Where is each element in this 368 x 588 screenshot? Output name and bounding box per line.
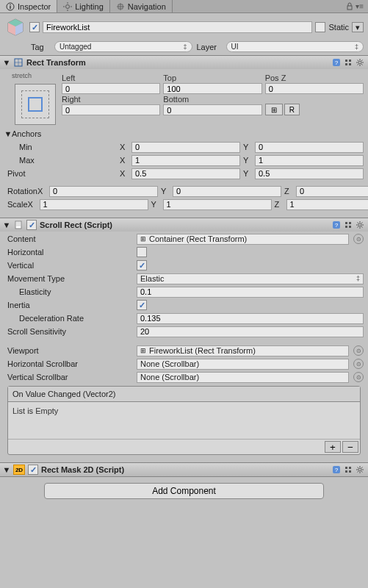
- add-component-area: Add Component: [0, 476, 368, 505]
- scale-z[interactable]: [286, 199, 368, 210]
- deceleration-label: Deceleration Rate: [4, 314, 137, 323]
- preset-icon[interactable]: [343, 57, 353, 68]
- svg-rect-28: [349, 226, 351, 228]
- svg-point-18: [358, 61, 361, 64]
- rotation-y[interactable]: [173, 186, 281, 197]
- preset-icon[interactable]: [343, 465, 353, 475]
- object-picker-icon[interactable]: ⊙: [353, 234, 364, 244]
- tab-label: Inspector: [18, 2, 51, 11]
- posz-field[interactable]: [265, 83, 364, 94]
- inertia-label: Inertia: [4, 301, 137, 309]
- rotation-label: Rotation: [4, 187, 37, 196]
- event-title: On Value Changed (Vector2): [8, 387, 360, 402]
- add-component-button[interactable]: Add Component: [44, 483, 324, 499]
- scale-y[interactable]: [163, 199, 272, 210]
- anchor-preset-top-label: stretch: [12, 72, 32, 79]
- svg-rect-26: [349, 222, 351, 224]
- navigation-icon: [116, 2, 125, 11]
- object-picker-icon[interactable]: ⊙: [353, 359, 364, 369]
- help-icon[interactable]: ?: [331, 220, 342, 230]
- content-field[interactable]: ⊞Container (Rect Transform): [137, 234, 349, 245]
- tab-label: Lighting: [75, 2, 104, 11]
- pivot-y[interactable]: [255, 168, 364, 179]
- svg-point-29: [358, 223, 361, 226]
- help-icon[interactable]: ?: [331, 465, 342, 475]
- lock-icon[interactable]: [345, 1, 354, 12]
- svg-rect-19: [15, 221, 21, 229]
- elasticity-field[interactable]: [137, 287, 364, 298]
- raw-button[interactable]: R: [284, 104, 300, 115]
- vertical-label: Vertical: [4, 261, 137, 270]
- tag-dropdown[interactable]: Untagged: [54, 41, 192, 52]
- gameobject-header: Static ▾ Tag Untagged Layer UI: [0, 13, 368, 55]
- tab-lighting[interactable]: Lighting: [57, 0, 110, 12]
- scale-x[interactable]: [40, 199, 148, 210]
- event-list: On Value Changed (Vector2) List is Empty…: [7, 386, 361, 455]
- svg-rect-32: [345, 467, 347, 469]
- tab-inspector[interactable]: Inspector: [0, 0, 57, 12]
- component-title: Rect Transform: [26, 58, 328, 67]
- add-event-button[interactable]: +: [325, 441, 341, 453]
- pivot-x[interactable]: [131, 168, 240, 179]
- component-title: Rect Mask 2D (Script): [41, 465, 328, 474]
- vertical-checkbox[interactable]: [137, 260, 147, 270]
- script-icon: [13, 220, 24, 230]
- bottom-field[interactable]: [163, 104, 261, 115]
- name-field[interactable]: [43, 21, 312, 33]
- static-label: Static: [328, 23, 349, 32]
- active-checkbox[interactable]: [29, 22, 40, 32]
- help-icon[interactable]: ?: [331, 57, 342, 68]
- info-icon: [6, 2, 15, 11]
- tab-menu-icon[interactable]: ▾≡: [356, 2, 364, 10]
- svg-rect-2: [10, 6, 10, 9]
- tab-navigation[interactable]: Navigation: [110, 0, 173, 12]
- object-picker-icon[interactable]: ⊙: [353, 345, 364, 356]
- movement-type-label: Movement Type: [4, 274, 137, 283]
- anchor-max-y[interactable]: [255, 155, 364, 166]
- rotation-z[interactable]: [296, 186, 368, 197]
- static-checkbox[interactable]: [315, 22, 325, 32]
- movement-type-dropdown[interactable]: Elastic: [137, 273, 364, 284]
- event-empty-text: List is Empty: [8, 402, 360, 439]
- preset-icon[interactable]: [343, 220, 353, 230]
- rotation-x[interactable]: [49, 186, 158, 197]
- elasticity-label: Elasticity: [4, 287, 137, 296]
- layer-dropdown[interactable]: UI: [226, 41, 364, 52]
- remove-event-button[interactable]: −: [342, 441, 358, 453]
- left-field[interactable]: [62, 83, 160, 94]
- foldout-icon[interactable]: ▼: [4, 130, 12, 137]
- component-enabled-checkbox[interactable]: [28, 465, 38, 475]
- anchor-preset-button[interactable]: [15, 84, 56, 125]
- gear-icon[interactable]: [355, 57, 365, 68]
- blueprint-button[interactable]: ⊞: [265, 104, 283, 115]
- top-field[interactable]: [163, 83, 261, 94]
- horizontal-checkbox[interactable]: [137, 247, 147, 257]
- scale-label: Scale: [4, 200, 28, 209]
- deceleration-field[interactable]: [137, 313, 364, 324]
- anchor-min-x[interactable]: [131, 142, 240, 153]
- object-picker-icon[interactable]: ⊙: [353, 372, 364, 382]
- vscrollbar-field[interactable]: None (Scrollbar): [137, 372, 349, 383]
- anchor-max-x[interactable]: [131, 155, 240, 166]
- svg-rect-16: [345, 63, 347, 65]
- right-field[interactable]: [62, 104, 160, 115]
- gameobject-icon[interactable]: [4, 16, 26, 38]
- viewport-field[interactable]: ⊞FireworkList (Rect Transform): [137, 345, 349, 356]
- static-dropdown[interactable]: ▾: [352, 22, 364, 32]
- gear-icon[interactable]: [355, 220, 365, 230]
- foldout-icon[interactable]: ▼: [3, 59, 10, 66]
- inertia-checkbox[interactable]: [137, 300, 147, 310]
- svg-rect-33: [349, 467, 351, 469]
- anchor-min-y[interactable]: [255, 142, 364, 153]
- content-label: Content: [4, 234, 137, 243]
- component-enabled-checkbox[interactable]: [26, 220, 37, 230]
- anchors-label: Anchors: [12, 129, 41, 138]
- gear-icon[interactable]: [355, 465, 365, 475]
- svg-rect-15: [349, 60, 351, 62]
- foldout-icon[interactable]: ▼: [3, 221, 10, 229]
- vscrollbar-label: Vertical Scrollbar: [4, 373, 137, 381]
- foldout-icon[interactable]: ▼: [3, 466, 10, 473]
- svg-rect-8: [347, 6, 352, 10]
- sensitivity-field[interactable]: [137, 326, 364, 337]
- hscrollbar-field[interactable]: None (Scrollbar): [137, 359, 349, 370]
